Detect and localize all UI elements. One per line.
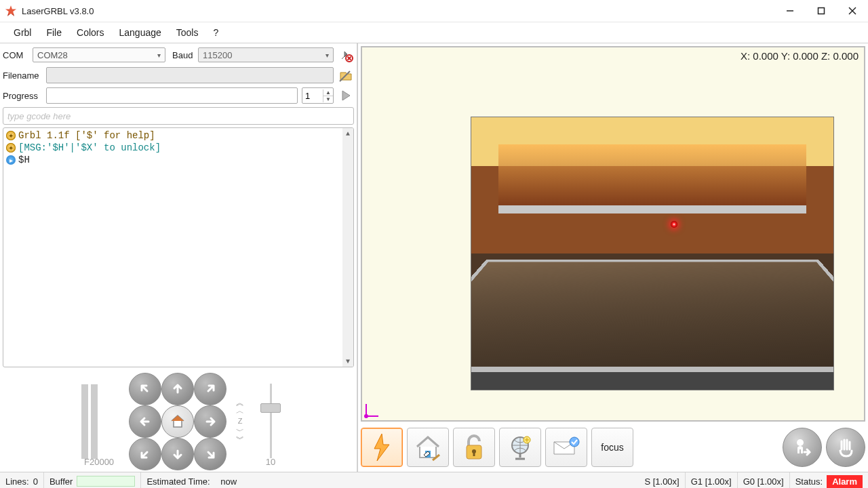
gcode-input[interactable]: type gcode here [3, 107, 354, 125]
disconnect-button[interactable] [338, 47, 354, 63]
console-text: Grbl 1.1f ['$' for help] [18, 130, 155, 141]
jog-se-button[interactable] [194, 438, 226, 470]
app-icon [5, 5, 16, 16]
preview-image [471, 117, 834, 390]
macro-home-button[interactable] [407, 428, 449, 467]
sb-estimated-value: now [220, 476, 237, 487]
svg-point-16 [570, 437, 579, 447]
speed-bars [81, 383, 98, 459]
laser-indicator-icon [671, 221, 677, 228]
scroll-up-icon[interactable]: ▲ [342, 128, 353, 139]
console-line: ✦ Grbl 1.1f ['$' for help] [6, 129, 351, 142]
baud-rate-value: 115200 [203, 50, 232, 60]
gcode-placeholder: type gcode here [7, 111, 71, 121]
jog-w-button[interactable] [129, 405, 161, 438]
sb-g1-override[interactable]: G1 [1.00x] [691, 476, 732, 487]
jog-home-button[interactable] [161, 405, 194, 438]
menu-file[interactable]: File [39, 24, 68, 41]
buffer-gauge [77, 476, 135, 487]
sb-status-label: Status: [795, 476, 823, 487]
macro-mail-button[interactable] [545, 428, 587, 467]
status-bar: Lines: 0 Buffer Estimated Time: now S [1… [0, 472, 868, 488]
console-run-icon: ▸ [6, 155, 16, 165]
pass-count-input[interactable] [302, 90, 323, 102]
open-file-button[interactable] [338, 67, 354, 83]
sb-status-value: Alarm [827, 475, 863, 488]
macro-unlock-button[interactable] [453, 428, 495, 467]
sb-lines-label: Lines: [5, 476, 29, 487]
scroll-down-icon[interactable]: ▼ [342, 356, 353, 367]
baud-rate-select[interactable]: 115200 ▾ [198, 47, 334, 62]
console-line: ▸ $H [6, 154, 351, 166]
svg-point-17 [797, 439, 804, 446]
run-button[interactable] [338, 87, 354, 104]
console-text: $H [18, 155, 30, 165]
sb-g0-override[interactable]: G0 [1.00x] [743, 476, 784, 487]
filename-field [46, 67, 334, 83]
menu-colors[interactable]: Colors [70, 24, 111, 41]
spin-up-icon[interactable]: ▲ [323, 89, 333, 96]
com-label: COM [3, 50, 28, 60]
preview-canvas[interactable]: X: 0.000 Y: 0.000 Z: 0.000 [361, 46, 865, 422]
jog-e-button[interactable] [194, 405, 226, 438]
spin-down-icon[interactable]: ▼ [323, 96, 333, 102]
com-port-select[interactable]: COM28 ▾ [33, 47, 165, 62]
z-down-icon[interactable]: ﹀ [236, 428, 244, 434]
jog-nw-button[interactable] [129, 373, 161, 405]
sb-s-override[interactable]: S [1.00x] [644, 476, 679, 487]
step-value: 10 [266, 457, 275, 467]
chevron-down-icon: ▾ [326, 52, 329, 59]
svg-rect-13 [473, 451, 475, 456]
window-title: LaserGRBL v3.8.0 [22, 6, 94, 16]
macro-reset-button[interactable] [361, 428, 403, 467]
jog-panel: F20000 ︽ ︿ Z ﹀ ︾ [3, 370, 354, 469]
console-line: ✦ [MSG:'$H'|'$X' to unlock] [6, 142, 351, 154]
sb-buffer-label: Buffer [50, 476, 73, 487]
jog-sw-button[interactable] [129, 438, 161, 470]
resume-button[interactable] [783, 428, 822, 467]
macro-focus-label: focus [601, 442, 623, 453]
macro-toolbar: focus [361, 426, 865, 469]
menu-bar: Grbl File Colors Language Tools ? [0, 22, 868, 43]
com-port-value: COM28 [37, 50, 68, 60]
menu-tools[interactable]: Tools [170, 24, 205, 41]
console: ✦ Grbl 1.1f ['$' for help] ✦ [MSG:'$H'|'… [3, 127, 354, 367]
jog-ne-button[interactable] [194, 373, 226, 405]
feed-label: F20000 [84, 457, 114, 467]
filename-label: Filename [3, 70, 42, 81]
macro-globe-button[interactable] [499, 428, 541, 467]
origin-axes-icon [363, 403, 380, 419]
macro-focus-button[interactable]: focus [591, 428, 633, 467]
close-button[interactable] [837, 0, 868, 22]
baud-label: Baud [172, 50, 194, 60]
minimize-button[interactable] [774, 0, 806, 22]
z-up-icon[interactable]: ︿ [236, 407, 244, 414]
menu-grbl[interactable]: Grbl [7, 24, 38, 41]
console-sys-icon: ✦ [6, 131, 16, 140]
progress-bar [46, 87, 298, 104]
sb-lines-value: 0 [33, 476, 38, 487]
z-axis-label: Z [238, 417, 243, 425]
left-panel: COM COM28 ▾ Baud 115200 ▾ Filename [0, 43, 358, 472]
progress-label: Progress [3, 91, 42, 101]
right-panel: X: 0.000 Y: 0.000 Z: 0.000 [358, 43, 868, 472]
z-up-icon[interactable]: ︽ [236, 399, 244, 406]
step-slider[interactable]: 10 [255, 380, 286, 462]
z-down-icon[interactable]: ︾ [236, 436, 244, 443]
console-text: [MSG:'$H'|'$X' to unlock] [18, 142, 161, 153]
console-scrollbar[interactable]: ▲ ▼ [342, 128, 353, 367]
menu-help[interactable]: ? [206, 24, 225, 41]
sb-estimated-label: Estimated Time: [146, 476, 210, 487]
jog-n-button[interactable] [161, 373, 194, 405]
pass-count-spinbox[interactable]: ▲▼ [302, 87, 334, 104]
maximize-button[interactable] [806, 0, 837, 22]
menu-language[interactable]: Language [112, 24, 167, 41]
hold-button[interactable] [826, 428, 865, 467]
chevron-down-icon: ▾ [157, 52, 161, 59]
svg-point-9 [364, 414, 368, 418]
console-sys-icon: ✦ [6, 143, 16, 152]
coordinate-readout: X: 0.000 Y: 0.000 Z: 0.000 [741, 50, 859, 62]
slider-knob[interactable] [260, 403, 281, 413]
jog-s-button[interactable] [161, 438, 194, 470]
svg-rect-1 [818, 8, 825, 14]
